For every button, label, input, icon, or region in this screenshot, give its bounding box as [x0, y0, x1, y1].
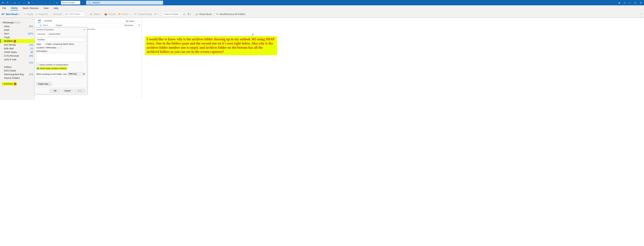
folder-sent[interactable]: Sent[357] [0, 32, 34, 35]
posting-label: When posting to this folder, use: [36, 73, 67, 75]
collapse-ribbon-caret[interactable]: ⌄ [641, 15, 643, 17]
refresh-icon[interactable]: ⟳ [1, 1, 5, 4]
menu-file[interactable]: File [2, 6, 7, 10]
menu-help[interactable]: Help [53, 6, 59, 10]
account-header[interactable]: ▾ bkhawaja [0, 20, 34, 24]
folder-archives-datafile[interactable]: ▸ Archives 2 [2, 82, 17, 86]
filter-button[interactable]: ∇▾ [188, 13, 191, 15]
forward-button[interactable]: →Forward [50, 13, 62, 15]
folder-outbox[interactable]: Outbox [0, 65, 34, 69]
folder-samsung-best-buy[interactable]: Samsung-Best Buy[17] [0, 73, 34, 76]
unread-read-button[interactable]: ✉Unread/ Read [134, 13, 152, 15]
posting-select[interactable]: IPM.Post [68, 72, 85, 76]
qat-search-people[interactable]: Search People [61, 1, 80, 4]
tab-unread[interactable]: Unread [44, 19, 52, 23]
note-icon: ▤ [66, 13, 68, 15]
ribbon-mode-icon[interactable]: ▭ [622, 1, 627, 5]
reply-icon: ↩ [24, 13, 26, 15]
folder-bulk-mail[interactable]: Bulk Mail[1] [0, 47, 34, 50]
folder-name-field[interactable]: Archive [36, 38, 85, 41]
location-value: \\bkhawaja [46, 46, 85, 49]
forward-icon: → [50, 13, 52, 15]
qat-icon-1[interactable]: ▭ [13, 1, 16, 4]
radio-unread-items[interactable]: Show number of unread items [36, 64, 85, 66]
move-button[interactable]: 📂Move▾ [118, 13, 130, 15]
envelope-icon: ✉ [134, 13, 136, 15]
qat-icon-5[interactable]: ▫ [36, 1, 40, 4]
chevron-down-icon: ▾ [2, 22, 2, 23]
undo-icon[interactable]: ↶ [6, 1, 9, 4]
col-from[interactable]: From [42, 24, 55, 26]
print-icon[interactable]: 🖶 [27, 1, 30, 4]
cancel-button[interactable]: Cancel [62, 89, 73, 93]
folder-ask-woody[interactable]: Ask Woody[14] [0, 43, 34, 47]
search-icon: 🔍 [88, 1, 91, 4]
col-received[interactable]: Received▾ [124, 24, 137, 26]
folder-size-button[interactable]: Folder Size... [36, 82, 52, 86]
reply-button[interactable]: ↩Reply [24, 13, 33, 15]
trash-icon: 🗑 [90, 13, 92, 15]
search-people-input[interactable] [163, 12, 181, 16]
move-icon: 📂 [118, 13, 121, 15]
reply-all-icon: ↩ [36, 13, 38, 15]
qat-search-people-dropdown[interactable]: ▾ [81, 1, 84, 4]
folder-trash[interactable]: Trash [0, 35, 34, 39]
folder-inbox[interactable]: Inbox[51] [0, 24, 34, 28]
menu-home[interactable]: Home [10, 6, 18, 10]
quick-steps[interactable]: ▤CPAP Notes▾ [64, 12, 85, 16]
dialog-title: Archive Properties [36, 28, 54, 31]
premium-icon[interactable]: ◈ [617, 1, 622, 5]
folder-junk-email[interactable]: Junk E-mail [0, 58, 34, 61]
send-receive-all-button[interactable]: ⟳Send/Receive All Folders [216, 13, 246, 15]
qat-icon-4[interactable]: ▫ [32, 1, 35, 4]
folder-cvs-personal[interactable]: CVS-Personal[20] [0, 54, 34, 58]
description-field[interactable] [36, 53, 85, 62]
dialog-close-button[interactable]: ✕ [84, 28, 85, 31]
message-list-pane: All Unread By Date▾↑ ▫ 📎 From Subject Re… [35, 18, 142, 100]
delete-button[interactable]: 🗑Delete▾ [90, 13, 102, 15]
archive-button[interactable]: 📦Archive [104, 13, 116, 15]
find-contact-icon[interactable]: ⌕▫ [55, 1, 59, 4]
folder-cpap-notes[interactable]: CPAP Notes[8] [0, 50, 34, 54]
dialog-tab-general[interactable]: General [36, 32, 47, 36]
tab-all[interactable]: All [38, 19, 41, 23]
annotation-badge-1: 1 [14, 40, 16, 42]
new-email-button[interactable]: ✉⁺ New Email ▾ [2, 13, 20, 15]
address-book-button[interactable]: ▭ [183, 13, 185, 15]
sort-direction-icon[interactable]: ↑ [138, 20, 138, 22]
redacted-text [14, 21, 21, 24]
column-headers: ▫ 📎 From Subject Received▾ ∇ [35, 23, 142, 27]
close-button[interactable]: ✕ [638, 1, 643, 5]
col-attachment[interactable]: 📎 [38, 24, 42, 26]
qat-icon-2[interactable]: ▫ [18, 1, 21, 4]
minimize-button[interactable]: — [628, 1, 632, 5]
collapse-folder-pane[interactable]: ‹ [0, 18, 34, 20]
maximize-button[interactable]: ▢ [633, 1, 638, 5]
global-search[interactable]: 🔍 Search [86, 1, 163, 5]
menu-send-receive[interactable]: Send / Receive [22, 6, 39, 10]
annotation-badge-2: 2 [14, 83, 16, 85]
back-icon[interactable]: ← [44, 1, 47, 4]
ok-button[interactable]: OK [50, 89, 61, 93]
folder-archive[interactable]: Archive1 [0, 39, 34, 43]
col-subject[interactable]: Subject [55, 24, 124, 26]
col-icon[interactable]: ▫ [35, 24, 38, 26]
folder-search-folders[interactable]: Search Folders [0, 76, 34, 80]
dialog-tab-autoarchive[interactable]: AutoArchive [47, 32, 62, 36]
reply-all-button[interactable]: ↩Reply All [36, 13, 48, 15]
col-filter[interactable]: ∇ [137, 24, 142, 26]
radio-total-items[interactable]: Show total number of items [36, 67, 67, 70]
location-label: Location: [36, 46, 46, 49]
chevron-right-icon: ▸ [2, 83, 3, 85]
categorize-button[interactable]: ⚑▾ [154, 13, 158, 15]
qat-icon-3[interactable]: ▫ [22, 1, 26, 4]
apply-button[interactable]: Apply [74, 89, 85, 93]
folder-rss-feeds[interactable]: RSS Feeds [0, 69, 34, 73]
sort-by-date[interactable]: By Date▾↑ [126, 20, 138, 22]
read-aloud-button[interactable]: A»Read Aloud [196, 12, 212, 16]
forward-icon[interactable]: → [48, 1, 52, 4]
type-value: Folder containing IMAP Items [46, 43, 85, 45]
folder-draft[interactable]: Draft [0, 28, 34, 32]
menu-view[interactable]: View [43, 6, 49, 10]
mail-icon: ✉⁺ [2, 13, 5, 15]
